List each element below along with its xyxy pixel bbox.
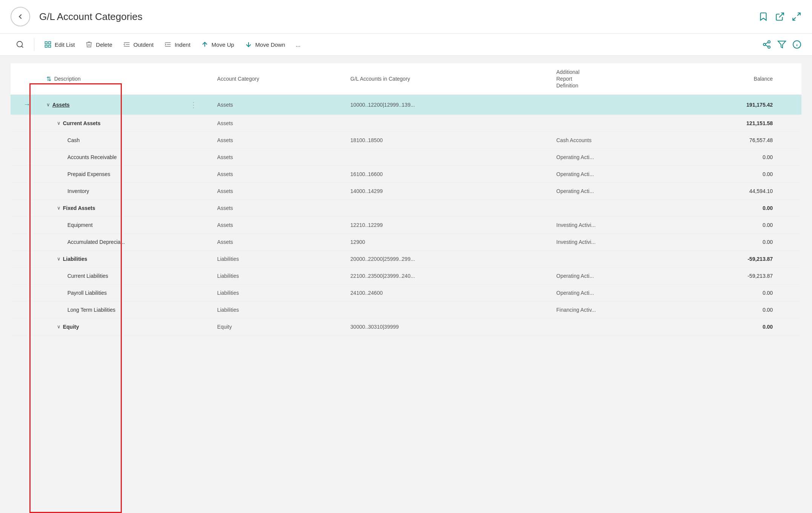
row-additional-report: Investing Activi...	[550, 233, 671, 250]
chevron-icon[interactable]: ∨	[57, 324, 61, 329]
back-button[interactable]	[11, 7, 30, 26]
row-arrow	[11, 250, 43, 267]
row-drag-handle[interactable]	[177, 267, 210, 284]
table-row[interactable]: Payroll LiabilitiesLiabilities24100..246…	[11, 284, 801, 301]
table-row[interactable]: ∨EquityEquity30000..30310|399990.00	[11, 318, 801, 335]
row-drag-handle[interactable]	[177, 284, 210, 301]
indent-label: Indent	[175, 41, 190, 48]
row-arrow	[11, 284, 43, 301]
table-row[interactable]: Accumulated Deprecia...Assets12900Invest…	[11, 233, 801, 250]
row-arrow	[11, 149, 43, 165]
row-drag-handle[interactable]	[177, 318, 210, 335]
row-additional-report: Operating Acti...	[550, 284, 671, 301]
row-description: ∨Liabilities	[43, 250, 177, 267]
page-title: G/L Account Categories	[39, 11, 758, 23]
delete-label: Delete	[96, 41, 112, 48]
row-drag-handle[interactable]	[177, 301, 210, 318]
row-drag-handle[interactable]	[177, 115, 210, 132]
arrow-up-icon	[201, 41, 209, 48]
chevron-icon[interactable]: ∨	[46, 102, 50, 107]
table-row[interactable]: InventoryAssets14000..14299Operating Act…	[11, 182, 801, 199]
row-drag-handle[interactable]	[177, 216, 210, 233]
chevron-icon[interactable]: ∨	[57, 120, 61, 126]
row-drag-handle[interactable]	[177, 250, 210, 267]
row-gl-accounts: 20000..22000|25999..299...	[344, 250, 550, 267]
col-account-category-header: Account Category	[210, 63, 344, 95]
row-balance: 191,175.42	[671, 95, 780, 115]
table-row[interactable]: ∨Current AssetsAssets121,151.58	[11, 115, 801, 132]
row-drag-handle[interactable]	[177, 149, 210, 165]
row-balance: 76,557.48	[671, 132, 780, 149]
row-drag-handle[interactable]	[177, 132, 210, 149]
svg-point-18	[763, 43, 766, 46]
filter-button[interactable]	[777, 40, 786, 49]
row-balance: 0.00	[671, 216, 780, 233]
row-drag-handle[interactable]	[177, 233, 210, 250]
content-area: ⇅ Description Account Category G/L Accou…	[0, 56, 812, 513]
row-drag-handle[interactable]	[177, 165, 210, 182]
svg-point-17	[768, 41, 770, 43]
outdent-button[interactable]: Outdent	[118, 38, 159, 51]
table-row[interactable]: Accounts ReceivableAssetsOperating Acti.…	[11, 149, 801, 165]
col-additional-report-header: AdditionalReportDefinition	[550, 63, 671, 95]
row-description: ∨Assets	[43, 95, 177, 115]
outdent-label: Outdent	[134, 41, 153, 48]
description-text: Equipment	[68, 222, 93, 228]
gl-categories-table: ⇅ Description Account Category G/L Accou…	[11, 63, 801, 335]
table-row[interactable]: ∨LiabilitiesLiabilities20000..22000|2599…	[11, 250, 801, 267]
row-additional-report: Operating Acti...	[550, 267, 671, 284]
col-drag-header	[177, 63, 210, 95]
row-arrow	[11, 182, 43, 199]
row-gl-accounts	[344, 301, 550, 318]
title-bar: G/L Account Categories	[0, 0, 812, 34]
row-description: Accumulated Deprecia...	[43, 233, 177, 250]
row-drag-handle[interactable]	[177, 182, 210, 199]
row-scroll-col	[780, 301, 801, 318]
search-button[interactable]	[11, 37, 29, 52]
table-row[interactable]: ∨Fixed AssetsAssets0.00	[11, 199, 801, 216]
row-drag-handle[interactable]: ⋮	[177, 95, 210, 115]
row-balance: -59,213.87	[671, 250, 780, 267]
table-row[interactable]: CashAssets18100..18500Cash Accounts76,55…	[11, 132, 801, 149]
row-drag-handle[interactable]	[177, 199, 210, 216]
row-gl-accounts: 10000..12200|12999..139...	[344, 95, 550, 115]
delete-button[interactable]: Delete	[80, 38, 117, 51]
chevron-icon[interactable]: ∨	[57, 205, 61, 211]
table-row[interactable]: →∨Assets⋮Assets10000..12200|12999..139..…	[11, 95, 801, 115]
table-row[interactable]: EquipmentAssets12210..12299Investing Act…	[11, 216, 801, 233]
move-up-button[interactable]: Move Up	[196, 38, 239, 51]
description-text: Equity	[63, 324, 79, 330]
chevron-icon[interactable]: ∨	[57, 256, 61, 262]
row-additional-report: Operating Acti...	[550, 165, 671, 182]
row-additional-report: Operating Acti...	[550, 149, 671, 165]
row-arrow	[11, 216, 43, 233]
more-button[interactable]: ...	[290, 38, 306, 51]
share-button[interactable]	[762, 40, 771, 49]
bookmark-button[interactable]	[758, 12, 768, 21]
row-arrow	[11, 115, 43, 132]
expand-button[interactable]	[792, 12, 801, 21]
row-scroll-col	[780, 149, 801, 165]
export-button[interactable]	[775, 12, 785, 21]
row-gl-accounts: 14000..14299	[344, 182, 550, 199]
move-down-button[interactable]: Move Down	[239, 38, 290, 51]
row-account-category: Equity	[210, 318, 344, 335]
row-arrow	[11, 199, 43, 216]
info-button[interactable]	[792, 40, 801, 49]
row-account-category: Assets	[210, 95, 344, 115]
edit-list-label: Edit List	[55, 41, 75, 48]
description-col-label: Description	[54, 76, 81, 82]
svg-line-2	[793, 17, 796, 20]
indent-button[interactable]: Indent	[159, 38, 196, 51]
col-scroll-header	[780, 63, 801, 95]
move-down-label: Move Down	[255, 41, 285, 48]
row-scroll-col	[780, 95, 801, 115]
edit-list-button[interactable]: Edit List	[39, 38, 80, 51]
table-row[interactable]: Prepaid ExpensesAssets16100..16600Operat…	[11, 165, 801, 182]
table-row[interactable]: Current LiabilitiesLiabilities22100..235…	[11, 267, 801, 284]
row-account-category: Liabilities	[210, 284, 344, 301]
table-row[interactable]: Long Term LiabilitiesLiabilitiesFinancin…	[11, 301, 801, 318]
row-arrow	[11, 233, 43, 250]
row-description: Accounts Receivable	[43, 149, 177, 165]
row-scroll-col	[780, 318, 801, 335]
